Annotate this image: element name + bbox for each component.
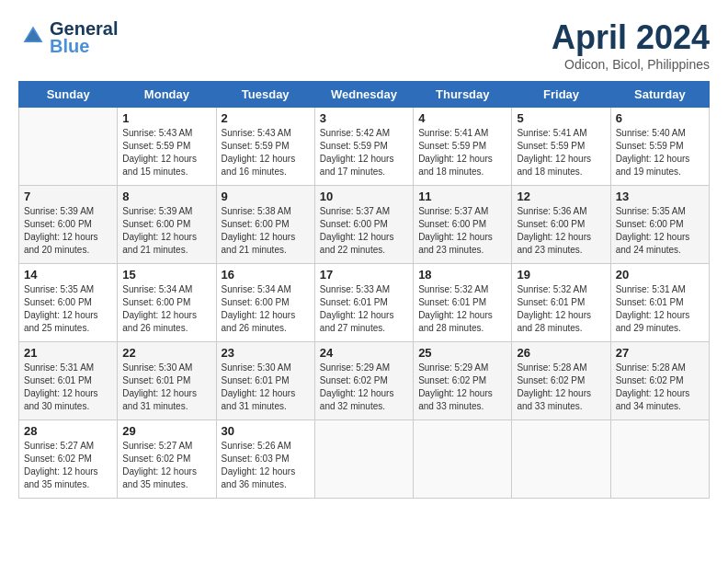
calendar-cell: 23Sunrise: 5:30 AMSunset: 6:01 PMDayligh… [216,342,314,420]
day-info: Sunrise: 5:35 AMSunset: 6:00 PMDaylight:… [616,205,704,257]
day-info: Sunrise: 5:35 AMSunset: 6:00 PMDaylight:… [24,283,112,335]
day-number: 24 [320,346,408,360]
day-info: Sunrise: 5:29 AMSunset: 6:02 PMDaylight:… [418,362,506,413]
day-info: Sunrise: 5:29 AMSunset: 6:02 PMDaylight:… [320,362,408,413]
calendar-cell: 1Sunrise: 5:43 AMSunset: 5:59 PMDaylight… [118,108,216,186]
day-info: Sunrise: 5:31 AMSunset: 6:01 PMDaylight:… [24,362,112,413]
day-info: Sunrise: 5:28 AMSunset: 6:02 PMDaylight:… [616,362,704,413]
day-number: 14 [24,268,112,282]
month-title: April 2024 [552,18,710,57]
calendar-cell: 2Sunrise: 5:43 AMSunset: 5:59 PMDaylight… [216,108,314,186]
calendar-cell: 26Sunrise: 5:28 AMSunset: 6:02 PMDayligh… [512,342,610,420]
day-number: 6 [616,111,704,125]
day-number: 23 [222,346,310,360]
calendar-table: SundayMondayTuesdayWednesdayThursdayFrid… [18,81,710,499]
day-info: Sunrise: 5:37 AMSunset: 6:00 PMDaylight:… [320,205,408,257]
day-info: Sunrise: 5:34 AMSunset: 6:00 PMDaylight:… [122,283,210,335]
day-number: 10 [320,190,408,203]
day-info: Sunrise: 5:27 AMSunset: 6:02 PMDaylight:… [122,440,210,491]
day-number: 11 [418,190,506,203]
calendar-cell: 21Sunrise: 5:31 AMSunset: 6:01 PMDayligh… [19,342,118,420]
day-number: 17 [320,268,408,282]
day-info: Sunrise: 5:33 AMSunset: 6:01 PMDaylight:… [320,283,408,335]
day-number: 19 [517,268,605,282]
calendar-cell: 10Sunrise: 5:37 AMSunset: 6:00 PMDayligh… [314,186,413,264]
day-number: 22 [122,346,210,360]
day-number: 3 [320,111,408,125]
day-info: Sunrise: 5:28 AMSunset: 6:02 PMDaylight:… [517,362,605,413]
day-number: 7 [24,190,112,203]
day-info: Sunrise: 5:37 AMSunset: 6:00 PMDaylight:… [418,205,506,257]
day-number: 15 [122,268,210,282]
calendar-cell: 18Sunrise: 5:32 AMSunset: 6:01 PMDayligh… [414,264,512,342]
calendar-cell: 11Sunrise: 5:37 AMSunset: 6:00 PMDayligh… [414,186,512,264]
day-number: 13 [616,190,704,203]
calendar-week-row: 28Sunrise: 5:27 AMSunset: 6:02 PMDayligh… [19,420,710,499]
logo-icon [20,23,46,49]
location: Odicon, Bicol, Philippines [552,57,710,72]
calendar-cell: 15Sunrise: 5:34 AMSunset: 6:00 PMDayligh… [118,264,216,342]
calendar-cell [610,420,709,499]
calendar-cell: 22Sunrise: 5:30 AMSunset: 6:01 PMDayligh… [118,342,216,420]
day-header-monday: Monday [118,82,216,108]
calendar-week-row: 14Sunrise: 5:35 AMSunset: 6:00 PMDayligh… [19,264,710,342]
calendar-header-row: SundayMondayTuesdayWednesdayThursdayFrid… [19,82,710,108]
day-info: Sunrise: 5:36 AMSunset: 6:00 PMDaylight:… [517,205,605,257]
day-number: 12 [517,190,605,203]
calendar-cell: 16Sunrise: 5:34 AMSunset: 6:00 PMDayligh… [216,264,314,342]
day-info: Sunrise: 5:39 AMSunset: 6:00 PMDaylight:… [122,205,210,257]
page-header: General Blue April 2024 Odicon, Bicol, P… [18,18,710,72]
day-info: Sunrise: 5:41 AMSunset: 5:59 PMDaylight:… [418,127,506,178]
day-info: Sunrise: 5:41 AMSunset: 5:59 PMDaylight:… [517,127,605,178]
day-info: Sunrise: 5:27 AMSunset: 6:02 PMDaylight:… [24,440,112,491]
day-header-sunday: Sunday [19,82,118,108]
calendar-cell: 17Sunrise: 5:33 AMSunset: 6:01 PMDayligh… [314,264,413,342]
day-number: 2 [222,111,310,125]
calendar-cell: 12Sunrise: 5:36 AMSunset: 6:00 PMDayligh… [512,186,610,264]
calendar-cell: 8Sunrise: 5:39 AMSunset: 6:00 PMDaylight… [118,186,216,264]
calendar-cell: 9Sunrise: 5:38 AMSunset: 6:00 PMDaylight… [216,186,314,264]
day-header-tuesday: Tuesday [216,82,314,108]
calendar-cell: 19Sunrise: 5:32 AMSunset: 6:01 PMDayligh… [512,264,610,342]
day-info: Sunrise: 5:32 AMSunset: 6:01 PMDaylight:… [418,283,506,335]
calendar-week-row: 1Sunrise: 5:43 AMSunset: 5:59 PMDaylight… [19,108,710,186]
calendar-cell: 29Sunrise: 5:27 AMSunset: 6:02 PMDayligh… [118,420,216,499]
day-header-saturday: Saturday [610,82,709,108]
calendar-cell: 6Sunrise: 5:40 AMSunset: 5:59 PMDaylight… [610,108,709,186]
calendar-cell: 14Sunrise: 5:35 AMSunset: 6:00 PMDayligh… [19,264,118,342]
day-number: 25 [418,346,506,360]
day-header-thursday: Thursday [414,82,512,108]
calendar-cell [512,420,610,499]
day-info: Sunrise: 5:34 AMSunset: 6:00 PMDaylight:… [222,283,310,335]
calendar-cell: 25Sunrise: 5:29 AMSunset: 6:02 PMDayligh… [414,342,512,420]
day-number: 16 [222,268,310,282]
day-info: Sunrise: 5:30 AMSunset: 6:01 PMDaylight:… [122,362,210,413]
calendar-cell: 13Sunrise: 5:35 AMSunset: 6:00 PMDayligh… [610,186,709,264]
calendar-cell: 27Sunrise: 5:28 AMSunset: 6:02 PMDayligh… [610,342,709,420]
calendar-cell: 20Sunrise: 5:31 AMSunset: 6:01 PMDayligh… [610,264,709,342]
day-info: Sunrise: 5:26 AMSunset: 6:03 PMDaylight:… [222,440,310,491]
day-number: 30 [222,424,310,438]
day-header-wednesday: Wednesday [314,82,413,108]
day-info: Sunrise: 5:43 AMSunset: 5:59 PMDaylight:… [222,127,310,178]
day-header-friday: Friday [512,82,610,108]
day-number: 18 [418,268,506,282]
day-info: Sunrise: 5:31 AMSunset: 6:01 PMDaylight:… [616,283,704,335]
title-block: April 2024 Odicon, Bicol, Philippines [552,18,710,72]
day-info: Sunrise: 5:30 AMSunset: 6:01 PMDaylight:… [222,362,310,413]
day-info: Sunrise: 5:38 AMSunset: 6:00 PMDaylight:… [222,205,310,257]
calendar-cell: 3Sunrise: 5:42 AMSunset: 5:59 PMDaylight… [314,108,413,186]
day-number: 20 [616,268,704,282]
day-number: 26 [517,346,605,360]
day-number: 28 [24,424,112,438]
calendar-cell: 7Sunrise: 5:39 AMSunset: 6:00 PMDaylight… [19,186,118,264]
calendar-cell: 30Sunrise: 5:26 AMSunset: 6:03 PMDayligh… [216,420,314,499]
day-info: Sunrise: 5:32 AMSunset: 6:01 PMDaylight:… [517,283,605,335]
calendar-cell: 4Sunrise: 5:41 AMSunset: 5:59 PMDaylight… [414,108,512,186]
day-info: Sunrise: 5:39 AMSunset: 6:00 PMDaylight:… [24,205,112,257]
day-number: 9 [222,190,310,203]
day-number: 1 [122,111,210,125]
calendar-cell [414,420,512,499]
calendar-week-row: 21Sunrise: 5:31 AMSunset: 6:01 PMDayligh… [19,342,710,420]
calendar-cell: 28Sunrise: 5:27 AMSunset: 6:02 PMDayligh… [19,420,118,499]
